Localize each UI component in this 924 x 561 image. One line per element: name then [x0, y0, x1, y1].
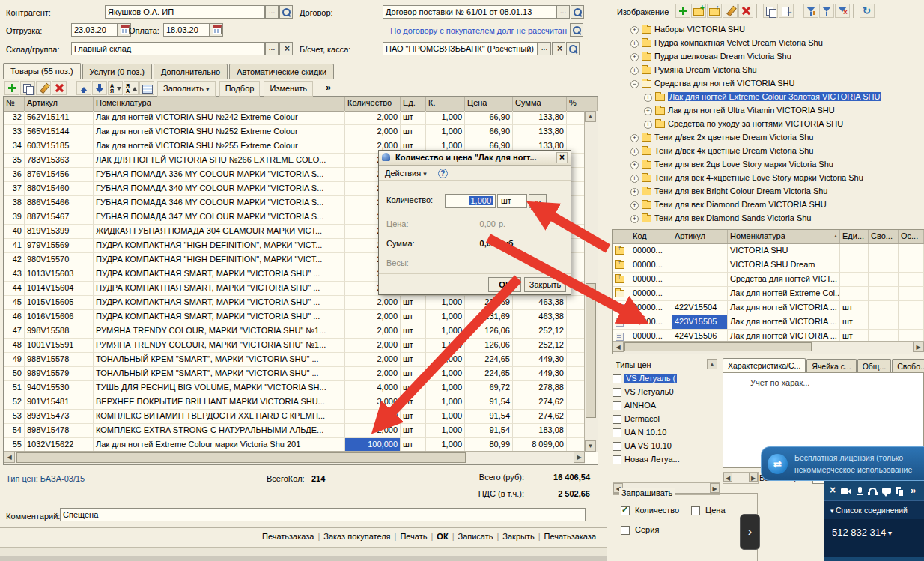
catalog-folder-up-button[interactable]: [707, 4, 722, 18]
tree-item[interactable]: +Пудра компактная Velvet Dream Victoria …: [608, 36, 923, 49]
cell[interactable]: 2,000: [345, 367, 401, 381]
toolbar-edit-button[interactable]: [36, 81, 51, 95]
tree-item[interactable]: +Тени д/век 2х цветные Dream Victoria Sh…: [608, 130, 923, 144]
cell[interactable]: ГУБНАЯ ПОМАДА 346 MY COLOUR МАРКИ "VICTO…: [94, 196, 345, 210]
table-row[interactable]: 451015V15605ПУДРА КОМПАКТНАЯ SMART, МАРК…: [4, 296, 585, 310]
dogovor-search-button[interactable]: [571, 5, 584, 19]
checkbox-icon[interactable]: [613, 455, 621, 464]
catalog-folder-add-button[interactable]: [691, 4, 706, 18]
toolbar-overflow-button[interactable]: »: [326, 81, 331, 95]
cell[interactable]: [869, 315, 899, 330]
help-icon[interactable]: ?: [438, 169, 448, 178]
cell[interactable]: [869, 287, 899, 301]
tree-item[interactable]: +Тени для век Diamond Dream VICTORIA SHU: [608, 198, 923, 211]
cell[interactable]: 887V15467: [25, 210, 94, 225]
cell[interactable]: VICTORIA SHU Dream: [728, 258, 840, 273]
column-header[interactable]: Артикул: [672, 230, 728, 243]
tree-item[interactable]: +Средства по уходу за ногтями VICTORIA S…: [608, 117, 923, 130]
camera-icon[interactable]: [840, 485, 852, 497]
column-header[interactable]: Артикул: [25, 97, 94, 111]
footer-button[interactable]: ОК: [437, 532, 448, 541]
cell[interactable]: [613, 315, 630, 330]
cell[interactable]: Лак для ногтей VICTORIA ...: [728, 315, 840, 330]
cell[interactable]: 2,000: [345, 125, 401, 139]
cell[interactable]: 53: [4, 410, 25, 424]
column-header[interactable]: Ед.: [401, 97, 426, 111]
tree-item[interactable]: +Тени для век Diamond Sands Victoria Shu: [608, 211, 923, 225]
otgruzka-input[interactable]: 23.03.20: [71, 23, 118, 37]
cell[interactable]: 1,000: [426, 324, 465, 339]
oplata-input[interactable]: 18.03.20: [163, 23, 210, 37]
catalog-paste-button[interactable]: [779, 4, 794, 18]
cell[interactable]: 1,000: [426, 381, 465, 395]
cell[interactable]: [869, 273, 899, 287]
cell[interactable]: 1,000: [426, 367, 465, 381]
expand-icon[interactable]: +: [630, 134, 639, 142]
mic-icon[interactable]: [854, 485, 866, 497]
cell[interactable]: 1,000: [426, 424, 465, 438]
comment-input[interactable]: Спещена: [60, 508, 586, 521]
tab-3[interactable]: Дополнительно: [154, 64, 228, 79]
cell[interactable]: 37: [4, 182, 25, 196]
price-type-item[interactable]: VS Летуаль0: [613, 385, 719, 398]
cell[interactable]: 50: [4, 367, 25, 381]
cell[interactable]: [672, 273, 728, 287]
checkbox-icon[interactable]: [613, 415, 621, 424]
cell[interactable]: ГУБНАЯ ПОМАДА 336 MY COLOUR МАРКИ "VICTO…: [94, 168, 345, 182]
horizontal-scrollbar[interactable]: ◀ ▶: [723, 472, 759, 484]
expand-icon[interactable]: +: [644, 94, 652, 102]
dogovor-picker-button[interactable]: ...: [556, 5, 570, 19]
connections-header[interactable]: Список соединений: [824, 500, 924, 519]
cell[interactable]: 231,69: [465, 296, 513, 310]
cell[interactable]: 463,38: [513, 296, 567, 310]
unit-field[interactable]: шт: [497, 194, 527, 208]
cell[interactable]: [567, 424, 585, 438]
cell[interactable]: шт: [401, 339, 426, 353]
cell[interactable]: ПУДРА КОМПАКТНАЯ "HIGH DEFINITION", МАРК…: [94, 253, 345, 267]
cell[interactable]: 979V15569: [25, 239, 94, 253]
cell[interactable]: 998V15588: [25, 324, 94, 339]
fill-button[interactable]: Заполнить: [157, 81, 216, 97]
table-row[interactable]: 00000...422V15504Лак для ногтей VICTORIA…: [613, 301, 924, 315]
actions-button[interactable]: Действия: [382, 167, 430, 179]
catalog-add-button[interactable]: [675, 4, 690, 18]
cell[interactable]: Лак для ногтей VICTORIA SHU №252 Extreme…: [94, 125, 345, 139]
cell[interactable]: 1,000: [426, 310, 465, 324]
sklad-clear-button[interactable]: [279, 42, 293, 55]
cell[interactable]: 46: [4, 310, 25, 324]
cell[interactable]: [840, 273, 869, 287]
checkbox-icon[interactable]: [691, 506, 700, 515]
cell[interactable]: ГУБНАЯ ПОМАДА 347 MY COLOUR МАРКИ "VICTO…: [94, 210, 345, 225]
cell[interactable]: [567, 339, 585, 353]
cell[interactable]: 91,54: [465, 424, 513, 438]
schet-input[interactable]: ПАО "ПРОМСВЯЗЬБАНК" (Расчетный): [383, 42, 538, 55]
cell[interactable]: шт: [401, 424, 426, 438]
cell[interactable]: КОМПЛЕКС EXTRA STRONG С НАТУРАЛЬНЫМИ АЛЬ…: [94, 424, 345, 438]
cell[interactable]: КОМПЛЕКС ВИТАМИН ТВЕРДОСТИ XXL HARD С КР…: [94, 410, 345, 424]
tab-4[interactable]: Автоматические скидки: [229, 64, 334, 79]
table-row[interactable]: 00000...VICTORIA SHU Dream: [613, 258, 924, 273]
cell[interactable]: 940V15530: [25, 381, 94, 395]
cell[interactable]: Лак для ногтей VICTORIA ...: [728, 301, 840, 315]
cell[interactable]: 2,000: [345, 111, 401, 125]
cell[interactable]: 1,000: [426, 395, 465, 410]
files-icon[interactable]: [894, 485, 906, 497]
cell[interactable]: 40: [4, 225, 25, 239]
cell[interactable]: 126,06: [465, 324, 513, 339]
column-header[interactable]: Номенклатура: [728, 230, 840, 243]
cell[interactable]: 80,99: [465, 438, 513, 452]
table-row[interactable]: 481001V15591РУМЯНА TRENDY COLOUR, МАРКИ …: [4, 339, 585, 353]
cell[interactable]: [840, 258, 869, 273]
cell[interactable]: 231,69: [465, 310, 513, 324]
table-row[interactable]: 551032V15622Лак для ногтей Extreme Colou…: [4, 438, 585, 452]
cell[interactable]: 819V15399: [25, 225, 94, 239]
cell[interactable]: 45: [4, 296, 25, 310]
cell[interactable]: ЛАК ДЛЯ НОГТЕЙ VICTORIA SHU №266 EXTREME…: [94, 154, 345, 168]
close-icon[interactable]: [827, 485, 839, 497]
cell[interactable]: 32: [4, 111, 25, 125]
cell[interactable]: [672, 287, 728, 301]
cell[interactable]: 224,65: [465, 367, 513, 381]
cell[interactable]: [672, 244, 728, 258]
column-header[interactable]: %: [567, 97, 598, 111]
cell[interactable]: 133,80: [513, 111, 567, 125]
